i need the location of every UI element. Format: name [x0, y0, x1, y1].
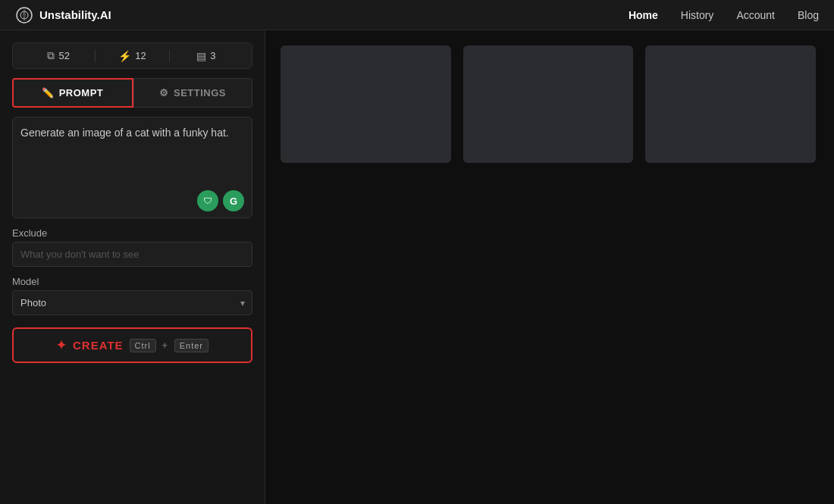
stats-bar: ⧉ 52 ⚡ 12 ▤ 3: [12, 42, 252, 69]
model-section: Model Photo Artistic Anime Realistic ▾: [12, 276, 252, 315]
create-label: CREATE: [73, 339, 124, 352]
pages-icon: ▤: [196, 50, 206, 62]
nav-history[interactable]: History: [681, 9, 714, 21]
enter-key: Enter: [174, 339, 208, 352]
logo-icon: [15, 6, 33, 24]
grammarly-g-button[interactable]: G: [223, 190, 244, 211]
nav-blog[interactable]: Blog: [798, 9, 819, 21]
sparkle-icon: ✦: [56, 338, 67, 352]
exclude-label: Exclude: [12, 227, 252, 239]
copies-value: 52: [58, 50, 69, 61]
pages-value: 3: [210, 50, 215, 61]
create-button[interactable]: ✦ CREATE Ctrl + Enter: [12, 327, 252, 363]
exclude-section: Exclude: [12, 227, 252, 267]
image-placeholder-3: [645, 45, 816, 163]
main-content: [265, 30, 834, 504]
plus-separator: +: [162, 340, 168, 351]
nav-account[interactable]: Account: [736, 9, 775, 21]
model-select[interactable]: Photo Artistic Anime Realistic: [12, 290, 252, 315]
prompt-area: 🛡 G: [12, 117, 252, 218]
stat-copies: ⧉ 52: [22, 49, 96, 62]
logo-text: Unstability.AI: [39, 8, 111, 21]
tab-settings[interactable]: ⚙ SETTINGS: [133, 78, 253, 108]
settings-tab-label: SETTINGS: [174, 87, 226, 99]
stat-lightning: ⚡ 12: [96, 50, 169, 62]
logo-area: Unstability.AI: [15, 6, 111, 24]
model-label: Model: [12, 276, 252, 287]
tab-bar: ✏️ PROMPT ⚙ SETTINGS: [12, 78, 252, 108]
ctrl-key: Ctrl: [130, 339, 156, 352]
prompt-tab-label: PROMPT: [59, 87, 104, 99]
prompt-tools: 🛡 G: [20, 190, 244, 211]
header: Unstability.AI Home History Account Blog: [0, 0, 834, 30]
layout: ⧉ 52 ⚡ 12 ▤ 3 ✏️ PROMPT ⚙ SETTINGS: [0, 30, 834, 504]
exclude-input[interactable]: [12, 242, 252, 267]
model-select-wrapper: Photo Artistic Anime Realistic ▾: [12, 290, 252, 315]
grammarly-shield-button[interactable]: 🛡: [197, 190, 218, 211]
tab-prompt[interactable]: ✏️ PROMPT: [12, 78, 133, 108]
settings-tab-icon: ⚙: [159, 87, 169, 99]
sidebar: ⧉ 52 ⚡ 12 ▤ 3 ✏️ PROMPT ⚙ SETTINGS: [0, 30, 265, 504]
image-placeholder-2: [463, 45, 634, 163]
prompt-tab-icon: ✏️: [42, 87, 55, 99]
nav-home[interactable]: Home: [629, 9, 658, 21]
image-placeholder-1: [281, 45, 451, 163]
copies-icon: ⧉: [47, 49, 55, 62]
stat-pages: ▤ 3: [170, 50, 243, 62]
prompt-input[interactable]: [20, 125, 244, 186]
lightning-value: 12: [135, 50, 146, 61]
lightning-icon: ⚡: [118, 50, 131, 62]
main-nav: Home History Account Blog: [629, 9, 819, 21]
